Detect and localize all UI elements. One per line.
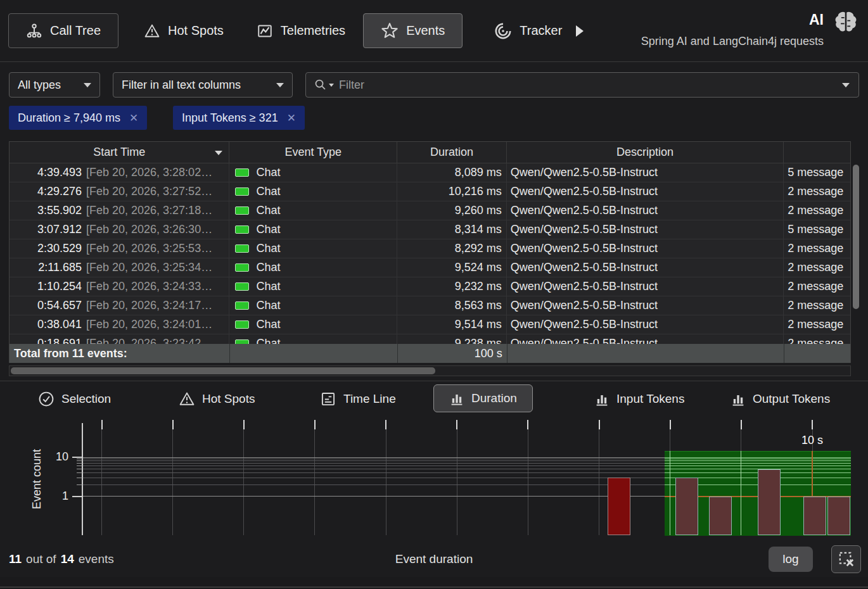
start-date-value: [Feb 20, 2026, 3:27:18… xyxy=(86,204,229,217)
call-tree-icon xyxy=(26,23,42,39)
filter-chip[interactable]: Input Tokens ≥ 321✕ xyxy=(173,106,305,130)
cell-description: Qwen/Qwen2.5-0.5B-Instruct xyxy=(507,182,784,201)
event-type-color-swatch xyxy=(235,339,249,344)
y-axis-minor-tick xyxy=(77,459,82,459)
event-type-color-swatch xyxy=(235,320,249,329)
search-options-caret-icon[interactable] xyxy=(329,84,334,87)
cell-messages: 2 message xyxy=(784,334,850,344)
table-row[interactable]: 4:39.493[Feb 20, 2026, 3:28:02…Chat8,089… xyxy=(10,163,850,182)
x-axis-tick xyxy=(599,420,600,429)
column-header-start-time[interactable]: Start Time xyxy=(10,142,229,163)
x-gridline xyxy=(386,429,386,535)
column-header-messages[interactable] xyxy=(784,142,850,163)
filter-search-input[interactable] xyxy=(338,78,842,92)
y-tick-1: 1 xyxy=(43,490,68,503)
horizontal-scrollbar-thumb[interactable] xyxy=(11,367,435,374)
horizontal-scrollbar[interactable] xyxy=(9,365,851,376)
y-gridline-overlay xyxy=(665,466,851,466)
y-gridline-overlay xyxy=(665,460,851,461)
check-circle-icon xyxy=(38,391,54,407)
table-row[interactable]: 0:18.691[Feb 20, 2026, 3:23:42…Chat9,238… xyxy=(10,334,850,344)
table-row[interactable]: 0:38.041[Feb 20, 2026, 3:24:01…Chat9,514… xyxy=(10,315,850,334)
start-time-value: 0:54.657 xyxy=(10,299,82,312)
cell-start-time: 4:29.276[Feb 20, 2026, 3:27:52… xyxy=(10,182,229,201)
view-input-tokens[interactable]: Input Tokens xyxy=(594,382,684,416)
event-type-value: Chat xyxy=(256,166,280,179)
timeline-doc-icon xyxy=(320,391,336,407)
x-axis-tick xyxy=(812,420,813,429)
view-output-tokens[interactable]: Output Tokens xyxy=(731,382,830,416)
filter-column-select[interactable]: Filter in all text columns xyxy=(113,72,293,98)
x-gridline-overlay xyxy=(670,451,670,535)
cell-start-time: 3:55.902[Feb 20, 2026, 3:27:18… xyxy=(10,201,229,220)
table-row[interactable]: 2:11.685[Feb 20, 2026, 3:25:34…Chat9,524… xyxy=(10,258,850,277)
histogram-bar[interactable] xyxy=(709,497,732,535)
cell-messages: 2 message xyxy=(784,296,850,315)
view-hot-spots[interactable]: Hot Spots xyxy=(179,382,255,416)
event-type-select[interactable]: All types xyxy=(9,72,100,98)
tab-call-tree[interactable]: Call Tree xyxy=(8,13,118,48)
cell-description: Qwen/Qwen2.5-0.5B-Instruct xyxy=(507,296,784,315)
y-axis-minor-tick xyxy=(77,469,82,469)
vertical-scrollbar[interactable] xyxy=(852,163,860,343)
ai-badge: AI xyxy=(809,13,824,27)
clear-selection-button[interactable] xyxy=(831,545,861,573)
cell-event-type: Chat xyxy=(229,239,397,258)
cell-event-type: Chat xyxy=(229,315,397,334)
log-scale-button[interactable]: log xyxy=(769,547,813,572)
cell-duration: 9,232 ms xyxy=(397,277,507,296)
start-date-value: [Feb 20, 2026, 3:24:01… xyxy=(86,318,229,331)
start-date-value: [Feb 20, 2026, 3:23:42… xyxy=(86,337,229,344)
tab-telemetries[interactable]: Telemetries xyxy=(257,23,345,39)
x-gridline xyxy=(457,429,457,535)
table-row[interactable]: 4:29.276[Feb 20, 2026, 3:27:52…Chat10,21… xyxy=(10,182,850,201)
search-history-caret-icon[interactable] xyxy=(842,83,850,87)
column-header-event-type[interactable]: Event Type xyxy=(229,142,397,163)
chip-close-icon[interactable]: ✕ xyxy=(287,113,296,124)
view-label: Duration xyxy=(471,391,517,405)
view-duration[interactable]: Duration xyxy=(433,384,533,412)
column-header-description[interactable]: Description xyxy=(507,142,784,163)
histogram-bar[interactable] xyxy=(758,469,781,535)
histogram-bar[interactable] xyxy=(803,497,826,535)
y-gridline-overlay xyxy=(665,457,851,458)
x-gridline xyxy=(172,429,173,535)
chevron-down-icon xyxy=(84,83,91,87)
bar-chart-icon xyxy=(449,391,464,406)
table-row[interactable]: 0:54.657[Feb 20, 2026, 3:24:17…Chat8,563… xyxy=(10,296,850,315)
vertical-scrollbar-thumb[interactable] xyxy=(853,165,859,309)
x-axis-tick xyxy=(314,420,316,429)
filter-chip[interactable]: Duration ≥ 7,940 ms✕ xyxy=(9,106,147,130)
tab-events[interactable]: Events xyxy=(363,13,463,48)
x-gridline-overlay xyxy=(741,451,741,535)
view-time-line[interactable]: Time Line xyxy=(320,382,396,416)
y-axis-minor-tick xyxy=(77,478,82,478)
total-cell xyxy=(229,344,397,363)
table-row[interactable]: 2:30.529[Feb 20, 2026, 3:25:53…Chat8,292… xyxy=(10,239,850,258)
histogram-bar[interactable] xyxy=(675,478,698,535)
cell-event-type: Chat xyxy=(229,182,397,201)
chip-close-icon[interactable]: ✕ xyxy=(129,113,138,124)
view-label: Time Line xyxy=(343,392,396,406)
x-gridline xyxy=(528,429,528,535)
table-row[interactable]: 1:10.254[Feb 20, 2026, 3:24:33…Chat9,232… xyxy=(10,277,850,296)
warning-triangle-icon xyxy=(179,391,195,407)
view-selection[interactable]: Selection xyxy=(38,382,111,416)
start-date-value: [Feb 20, 2026, 3:25:34… xyxy=(86,261,229,274)
histogram-bar[interactable] xyxy=(608,478,630,535)
filter-search-box[interactable] xyxy=(305,72,859,98)
cell-messages: 5 message xyxy=(784,163,850,182)
column-header-duration[interactable]: Duration xyxy=(397,142,507,163)
cell-duration: 9,524 ms xyxy=(397,258,507,277)
histogram-bar[interactable] xyxy=(827,497,850,535)
start-date-value: [Feb 20, 2026, 3:28:02… xyxy=(86,166,229,179)
tab-tracker[interactable]: Tracker xyxy=(494,22,562,40)
tracker-expand-arrow-icon[interactable] xyxy=(576,25,584,37)
x-gridline xyxy=(101,429,102,535)
duration-histogram[interactable]: Event count 10110 s xyxy=(0,418,868,541)
table-row[interactable]: 3:55.902[Feb 20, 2026, 3:27:18…Chat9,260… xyxy=(10,201,850,220)
tab-hot-spots[interactable]: Hot Spots xyxy=(144,23,224,39)
event-type-value: Chat xyxy=(256,242,280,255)
total-label: Total from 11 events: xyxy=(10,344,229,363)
table-row[interactable]: 3:07.912[Feb 20, 2026, 3:26:30…Chat8,314… xyxy=(10,220,850,239)
